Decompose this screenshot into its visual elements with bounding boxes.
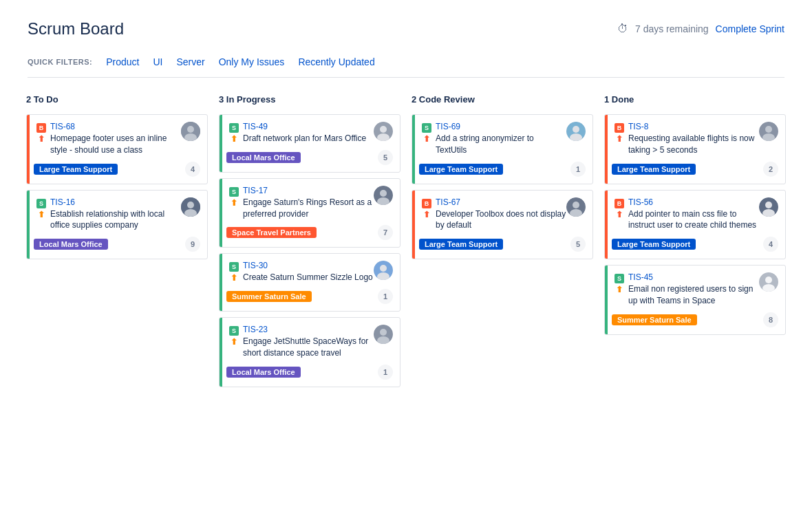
card-tis-23[interactable]: S ⬆ TIS-23 Engage JetShuttle SpaceWays f… <box>219 317 400 387</box>
priority-icon: ⬆ <box>423 134 430 144</box>
priority-icon: ⬆ <box>616 134 623 144</box>
card-label[interactable]: Space Travel Partners <box>226 227 317 238</box>
card-indicators: S ⬆ <box>36 199 46 219</box>
card-border <box>27 115 30 184</box>
card-label[interactable]: Large Team Support <box>419 164 503 175</box>
card-row: S ⬆ TIS-16 Establish relationship with l… <box>34 197 181 237</box>
card-info: TIS-45 Email non registered users to sig… <box>628 272 759 312</box>
avatar <box>374 122 393 141</box>
priority-icon: ⬆ <box>231 273 237 283</box>
card-tis-30[interactable]: S ⬆ TIS-30 Create Saturn Summer Sizzle L… <box>219 253 400 312</box>
card-label[interactable]: Large Team Support <box>34 164 118 175</box>
card-label[interactable]: Large Team Support <box>612 164 696 175</box>
card-tis-16[interactable]: S ⬆ TIS-16 Establish relationship with l… <box>26 190 208 260</box>
filters-label: QUICK FILTERS: <box>28 58 92 66</box>
card-tis-45[interactable]: S ⬆ TIS-45 Email non registered users to… <box>604 265 786 335</box>
card-indicators: S ⬆ <box>229 187 239 208</box>
card-count: 5 <box>570 237 586 252</box>
card-indicators: S ⬆ <box>615 274 624 294</box>
card-info: TIS-56 Add pointer to main css file to i… <box>628 197 759 237</box>
filter-ui[interactable]: UI <box>147 55 168 69</box>
card-border <box>412 115 415 184</box>
avatar <box>374 186 393 205</box>
avatar <box>566 122 586 141</box>
card-inner: S ⬆ TIS-45 Email non registered users to… <box>605 272 778 327</box>
priority-icon: ⬆ <box>231 198 237 208</box>
filter-only-my-issues[interactable]: Only My Issues <box>213 55 290 69</box>
card-tis-17[interactable]: S ⬆ TIS-17 Engage Saturn's Rings Resort … <box>219 178 400 248</box>
svg-point-25 <box>765 126 772 133</box>
avatar <box>374 325 393 344</box>
card-label[interactable]: Local Mars Office <box>226 367 301 378</box>
priority-icon: ⬆ <box>616 285 623 294</box>
card-id: TIS-67 <box>436 197 566 207</box>
column-done: 1 Done B ⬆ <box>604 91 786 335</box>
card-title: Create Saturn Summer Sizzle Logo <box>243 272 373 283</box>
card-top: S ⬆ TIS-45 Email non registered users to… <box>612 272 778 312</box>
filter-server[interactable]: Server <box>171 55 210 69</box>
card-footer: Local Mars Office 9 <box>34 237 200 252</box>
card-title: Engage JetShuttle SpaceWays for short di… <box>243 336 374 359</box>
priority-icon-medium: ⬆ <box>38 210 45 219</box>
card-count: 1 <box>378 365 393 380</box>
card-footer: Local Mars Office 1 <box>226 365 393 380</box>
card-footer: Large Team Support 5 <box>419 237 586 252</box>
card-footer: Space Travel Partners 7 <box>226 225 393 240</box>
svg-point-16 <box>380 329 387 336</box>
card-inner: S ⬆ TIS-17 Engage Saturn's Rings Resort … <box>220 186 393 241</box>
issue-type-story: S <box>36 199 46 208</box>
card-top: B ⬆ TIS-56 Add pointer to main css file … <box>612 197 778 237</box>
card-inner: S ⬆ TIS-16 Establish relationship with l… <box>27 197 200 252</box>
card-tis-68[interactable]: B ⬆ TIS-68 Homepage footer uses an inlin… <box>26 114 208 184</box>
issue-type-story: S <box>229 326 239 336</box>
column-done-header: 1 Done <box>604 91 786 107</box>
avatar <box>759 272 778 292</box>
filter-product[interactable]: Product <box>100 55 145 69</box>
card-count: 1 <box>570 162 586 177</box>
column-todo-cards: B ⬆ TIS-68 Homepage footer uses an inlin… <box>26 114 208 259</box>
board-container: 2 To Do B ⬆ <box>0 78 812 401</box>
card-label[interactable]: Summer Saturn Sale <box>612 314 697 325</box>
card-tis-69[interactable]: S ⬆ TIS-69 Add a string anonymizer to Te… <box>412 114 593 184</box>
card-indicators: B ⬆ <box>615 123 624 144</box>
column-inprogress-cards: S ⬆ TIS-49 Draft network plan for Mars O… <box>219 114 400 387</box>
card-row: S ⬆ TIS-17 Engage Saturn's Rings Resort … <box>226 186 374 226</box>
avatar <box>181 122 200 141</box>
card-title: Homepage footer uses an inline style - s… <box>50 133 181 156</box>
card-border <box>605 266 608 334</box>
card-border <box>220 254 222 311</box>
card-tis-67[interactable]: B ⬆ TIS-67 Developer Toolbox does not di… <box>412 190 593 260</box>
column-done-cards: B ⬆ TIS-8 Requesting available flights i… <box>604 114 786 335</box>
card-top: B ⬆ TIS-67 Developer Toolbox does not di… <box>419 197 586 237</box>
card-footer: Local Mars Office 5 <box>226 150 393 165</box>
card-label[interactable]: Summer Saturn Sale <box>226 291 312 302</box>
card-indicators: S ⬆ <box>422 123 431 144</box>
card-row: B ⬆ TIS-68 Homepage footer uses an inlin… <box>34 122 181 162</box>
card-label[interactable]: Large Team Support <box>612 239 696 250</box>
svg-point-4 <box>187 202 194 208</box>
card-indicators: S ⬆ <box>229 262 239 283</box>
card-top: B ⬆ TIS-8 Requesting available flights i… <box>612 122 778 162</box>
card-info: TIS-49 Draft network plan for Mars Offic… <box>243 122 366 150</box>
card-tis-8[interactable]: B ⬆ TIS-8 Requesting available flights i… <box>604 114 786 184</box>
issue-type-story: S <box>229 187 239 197</box>
issue-type-bug: B <box>36 123 46 133</box>
complete-sprint-button[interactable]: Complete Sprint <box>716 23 784 34</box>
card-row: S ⬆ TIS-49 Draft network plan for Mars O… <box>226 122 366 150</box>
card-top: S ⬆ TIS-16 Establish relationship with l… <box>34 197 200 237</box>
card-title: Add a string anonymizer to TextUtils <box>436 133 566 156</box>
card-border <box>27 191 30 259</box>
page-title: Scrum Board <box>28 19 124 39</box>
card-label[interactable]: Local Mars Office <box>226 152 301 163</box>
svg-point-10 <box>380 190 387 197</box>
card-info: TIS-16 Establish relationship with local… <box>50 197 181 237</box>
card-label[interactable]: Large Team Support <box>419 239 503 250</box>
card-indicators: B ⬆ <box>615 199 624 219</box>
card-tis-49[interactable]: S ⬆ TIS-49 Draft network plan for Mars O… <box>219 114 400 173</box>
card-label[interactable]: Local Mars Office <box>34 239 108 250</box>
card-border <box>605 115 608 184</box>
filter-recently-updated[interactable]: Recently Updated <box>292 55 380 69</box>
card-id: TIS-49 <box>243 122 366 131</box>
column-inprogress: 3 In Progress S ⬆ <box>219 91 400 387</box>
card-tis-56[interactable]: B ⬆ TIS-56 Add pointer to main css file … <box>604 190 786 260</box>
